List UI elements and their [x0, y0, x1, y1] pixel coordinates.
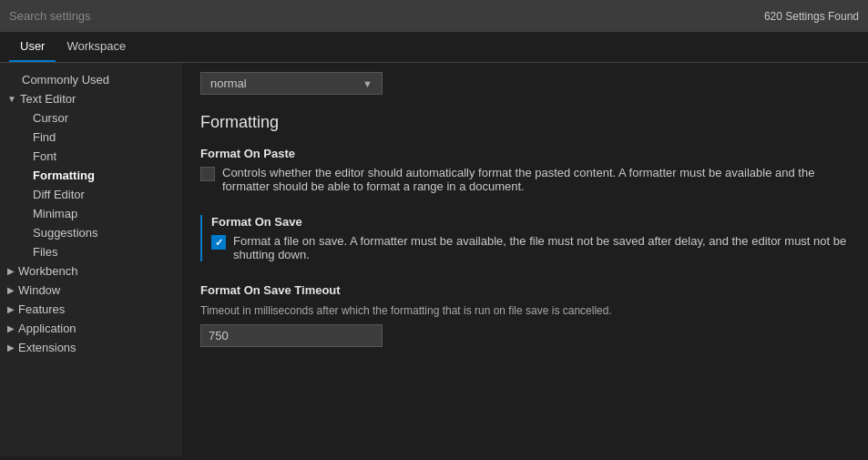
window-arrow: ▶ [7, 285, 15, 295]
sidebar-item-suggestions[interactable]: Suggestions [0, 223, 182, 242]
application-arrow: ▶ [7, 323, 15, 333]
editor-cursor-style-dropdown[interactable]: normal ▼ [200, 72, 383, 95]
main-content: normal ▼ Formatting Format On Paste Cont… [182, 63, 868, 456]
sidebar-item-minimap[interactable]: Minimap [0, 204, 182, 223]
sidebar-item-files[interactable]: Files [0, 242, 182, 261]
setting-format-on-save-block: Format On Save Format a file on save. A … [200, 215, 850, 261]
format-on-save-checkbox-row: Format a file on save. A formatter must … [211, 234, 850, 261]
format-on-save-timeout-input[interactable] [200, 324, 383, 347]
tab-user[interactable]: User [9, 32, 56, 62]
format-on-save-timeout-label: Format On Save Timeout [200, 283, 850, 297]
sidebar: Commonly Used ▼ Text Editor Cursor Find … [0, 63, 182, 456]
text-editor-arrow: ▼ [7, 94, 16, 104]
sidebar-item-text-editor[interactable]: ▼ Text Editor [0, 89, 182, 108]
sidebar-item-application[interactable]: ▶ Application [0, 319, 182, 338]
sidebar-item-formatting[interactable]: Formatting [0, 166, 182, 185]
setting-format-on-save-timeout: Format On Save Timeout Timeout in millis… [200, 283, 850, 347]
extensions-arrow: ▶ [7, 342, 15, 353]
sidebar-item-find[interactable]: Find [0, 128, 182, 147]
search-input[interactable] [9, 9, 859, 23]
sidebar-item-commonly-used[interactable]: Commonly Used [0, 70, 182, 89]
sidebar-item-extensions[interactable]: ▶ Extensions [0, 338, 182, 357]
format-on-paste-checkbox-row: Controls whether the editor should autom… [200, 166, 850, 193]
sidebar-item-window[interactable]: ▶ Window [0, 281, 182, 300]
dropdown-value: normal [210, 77, 247, 90]
format-on-paste-label: Format On Paste [200, 147, 850, 160]
tabs-bar: User Workspace [0, 32, 868, 63]
search-count: 620 Settings Found [764, 10, 859, 23]
format-on-paste-checkbox[interactable] [200, 167, 215, 181]
sidebar-item-cursor[interactable]: Cursor [0, 108, 182, 128]
setting-format-on-save: Format On Save Format a file on save. A … [211, 215, 850, 261]
sidebar-item-diff-editor[interactable]: Diff Editor [0, 185, 182, 204]
format-on-save-checkbox[interactable] [211, 235, 226, 250]
setting-format-on-paste: Format On Paste Controls whether the edi… [200, 147, 850, 193]
sidebar-item-font[interactable]: Font [0, 147, 182, 166]
section-title: Formatting [200, 113, 850, 132]
dropdown-arrow: ▼ [363, 78, 373, 89]
format-on-save-label: Format On Save [211, 215, 850, 229]
format-on-paste-desc: Controls whether the editor should autom… [222, 166, 850, 193]
dropdown-row: normal ▼ [200, 63, 850, 109]
format-on-save-timeout-desc: Timeout in milliseconds after which the … [200, 302, 850, 319]
format-on-save-timeout-desc-row: Timeout in milliseconds after which the … [200, 302, 850, 319]
workbench-arrow: ▶ [7, 266, 15, 276]
tab-workspace[interactable]: Workspace [56, 32, 137, 62]
search-bar: 620 Settings Found [0, 0, 868, 32]
main-layout: Commonly Used ▼ Text Editor Cursor Find … [0, 63, 868, 456]
sidebar-item-workbench[interactable]: ▶ Workbench [0, 261, 182, 281]
features-arrow: ▶ [7, 304, 15, 314]
format-on-save-desc: Format a file on save. A formatter must … [233, 234, 850, 261]
sidebar-item-features[interactable]: ▶ Features [0, 300, 182, 319]
